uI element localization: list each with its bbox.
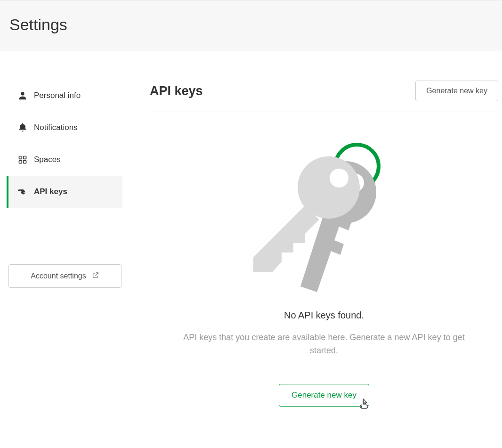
main-header: API keys Generate new key (150, 81, 498, 112)
settings-sidebar: Personal info Notifications Spaces API k… (0, 51, 122, 407)
settings-header: Settings (0, 0, 502, 51)
key-icon (17, 186, 28, 197)
sidebar-item-spaces[interactable]: Spaces (8, 144, 122, 176)
external-link-icon (92, 271, 99, 281)
svg-point-10 (330, 169, 348, 187)
bell-icon (17, 122, 28, 133)
section-heading: API keys (150, 84, 203, 98)
main-content: API keys Generate new key (122, 51, 502, 407)
account-settings-button[interactable]: Account settings (8, 264, 121, 288)
svg-rect-2 (24, 156, 26, 159)
empty-state-description: API keys that you create are available h… (173, 331, 475, 358)
grid-icon (17, 154, 28, 165)
svg-rect-4 (24, 161, 26, 163)
page-title: Settings (9, 16, 493, 34)
svg-rect-1 (19, 156, 22, 159)
sidebar-item-api-keys[interactable]: API keys (7, 176, 122, 208)
sidebar-item-label: API keys (34, 187, 67, 196)
sidebar-item-label: Personal info (34, 91, 81, 100)
sidebar-item-label: Notifications (34, 123, 78, 132)
sidebar-item-label: Spaces (34, 155, 61, 164)
keys-illustration (253, 140, 395, 296)
empty-state-title: No API keys found. (159, 310, 489, 321)
generate-new-key-button-top[interactable]: Generate new key (415, 81, 498, 101)
account-settings-label: Account settings (31, 272, 86, 280)
user-icon (17, 90, 28, 101)
svg-rect-3 (19, 161, 22, 163)
svg-point-0 (21, 92, 24, 95)
sidebar-item-notifications[interactable]: Notifications (8, 112, 122, 144)
empty-state: No API keys found. API keys that you cre… (150, 112, 498, 407)
sidebar-item-personal-info[interactable]: Personal info (8, 80, 122, 112)
generate-new-key-button-main[interactable]: Generate new key (279, 384, 369, 407)
